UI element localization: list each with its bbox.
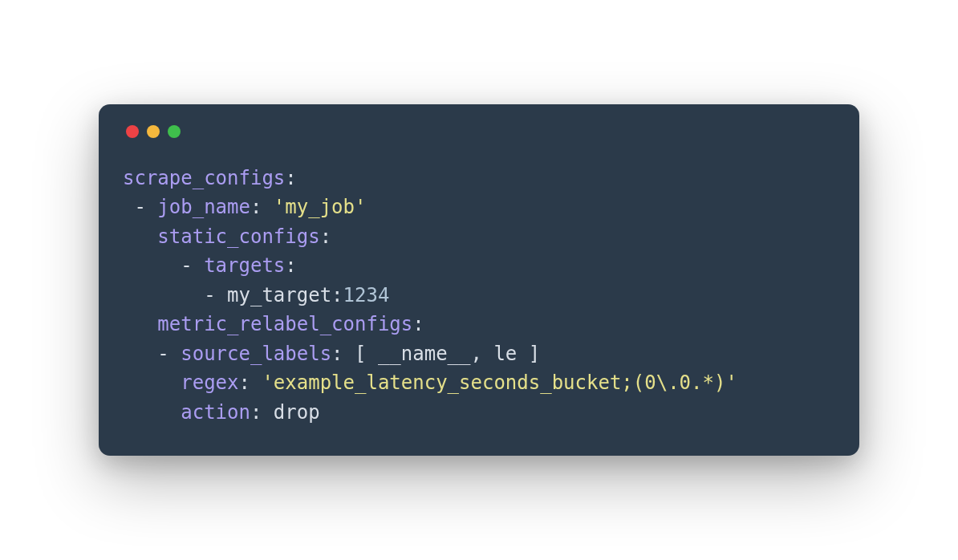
yaml-key: action <box>181 401 250 424</box>
colon: : <box>285 254 296 277</box>
dash: - <box>181 254 204 277</box>
pad <box>123 284 204 306</box>
code-line: regex: 'example_latency_seconds_bucket;(… <box>123 371 737 394</box>
colon: : <box>250 196 274 218</box>
bracket: ] <box>517 343 540 365</box>
yaml-value: drop <box>274 401 320 424</box>
bracket: [ <box>355 343 378 365</box>
yaml-key: scrape_configs <box>123 167 285 189</box>
code-line: - source_labels: [ __name__, le ] <box>123 343 540 365</box>
code-line: - my_target:1234 <box>123 284 389 306</box>
code-window: scrape_configs: - job_name: 'my_job' sta… <box>99 104 859 456</box>
pad <box>123 343 157 365</box>
dash: - <box>157 343 181 365</box>
yaml-key: static_configs <box>157 225 319 248</box>
yaml-value: le <box>493 343 517 365</box>
pad <box>123 254 181 277</box>
pad <box>123 401 181 424</box>
code-line: - job_name: 'my_job' <box>123 196 366 218</box>
yaml-key: metric_relabel_configs <box>157 313 412 335</box>
yaml-value: my_target: <box>227 284 343 306</box>
comma: , <box>471 343 494 365</box>
yaml-value: __name__ <box>378 343 471 365</box>
colon: : <box>239 371 262 394</box>
maximize-icon[interactable] <box>168 125 181 138</box>
yaml-key: targets <box>204 254 285 277</box>
close-icon[interactable] <box>126 125 139 138</box>
colon: : <box>331 343 355 365</box>
pad <box>123 371 181 394</box>
colon: : <box>250 401 274 424</box>
traffic-lights <box>123 125 835 138</box>
pad <box>123 313 157 335</box>
code-block: scrape_configs: - job_name: 'my_job' sta… <box>123 164 835 427</box>
code-line: action: drop <box>123 401 320 424</box>
dash: - <box>123 196 157 218</box>
yaml-string: 'example_latency_seconds_bucket;(0\.0.*)… <box>262 371 737 394</box>
code-line: scrape_configs: <box>123 167 297 189</box>
colon: : <box>320 225 331 248</box>
yaml-number: 1234 <box>343 284 390 306</box>
code-line: static_configs: <box>123 225 331 248</box>
dash: - <box>204 284 227 306</box>
yaml-key: job_name <box>157 196 250 218</box>
colon: : <box>285 167 296 189</box>
code-line: metric_relabel_configs: <box>123 313 424 335</box>
yaml-key: source_labels <box>181 343 331 365</box>
minimize-icon[interactable] <box>147 125 160 138</box>
yaml-string: 'my_job' <box>274 196 367 218</box>
yaml-key: regex <box>181 371 238 394</box>
code-line: - targets: <box>123 254 297 277</box>
pad <box>123 225 157 248</box>
colon: : <box>412 313 424 335</box>
